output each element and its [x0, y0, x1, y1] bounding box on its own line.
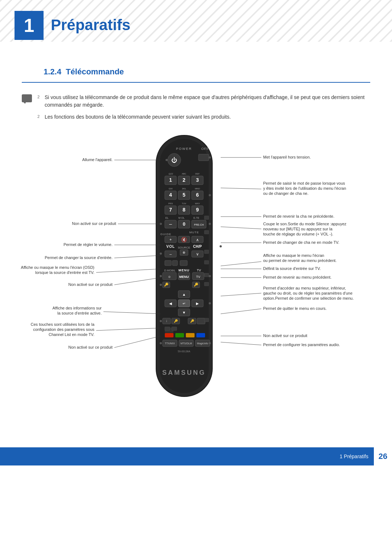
note-number-2: 2 — [37, 114, 42, 119]
svg-point-29 — [209, 194, 211, 196]
svg-text:la source d'entrée active.: la source d'entrée active. — [57, 311, 102, 315]
svg-text:🔑: 🔑 — [190, 319, 195, 323]
svg-text:Affiche ou masque le menu  l'é: Affiche ou masque le menu l'écran (OSD) — [21, 265, 94, 270]
svg-text:MTS/DLM: MTS/DLM — [180, 342, 192, 345]
svg-rect-72 — [172, 260, 177, 266]
svg-text:–: – — [169, 221, 172, 227]
svg-text:Définit la source d'entrée sur: Définit la source d'entrée sur TV. — [263, 266, 321, 271]
svg-text:1: 1 — [169, 177, 172, 183]
svg-text:GUIDE: GUIDE — [160, 233, 171, 236]
svg-text:Channel List en mode TV.: Channel List en mode TV. — [49, 332, 94, 337]
svg-text:ou de changer de cha ne.: ou de changer de cha ne. — [263, 191, 309, 196]
svg-text:Permet de saisir le mot de pas: Permet de saisir le mot de passe lorsque… — [263, 181, 345, 185]
svg-text:Allume l'appareil.: Allume l'appareil. — [82, 157, 113, 162]
svg-text:Non activé sur ce produit: Non activé sur ce produit — [72, 221, 116, 226]
svg-rect-91 — [204, 282, 209, 286]
svg-text:gauche ou droit, ou de régler : gauche ou droit, ou de régler les paramè… — [263, 291, 352, 295]
svg-text:9: 9 — [196, 207, 199, 213]
svg-text:59-00138A: 59-00138A — [178, 350, 191, 353]
svg-text:Permet de revenir  la cha ne p: Permet de revenir la cha ne précédente. — [263, 214, 334, 218]
note-item-2: 2 Les fonctions des boutons de la téléco… — [37, 113, 370, 121]
svg-text:D.MOBIL: D.MOBIL — [164, 269, 176, 272]
svg-text:ou permet de revenir au menu p: ou permet de revenir au menu précédent. — [263, 258, 336, 263]
svg-text:0: 0 — [183, 221, 185, 227]
svg-text:i: i — [166, 319, 167, 323]
svg-line-178 — [221, 309, 261, 314]
svg-rect-118 — [165, 327, 170, 331]
svg-text:MENU: MENU — [179, 268, 190, 272]
svg-text:VOL: VOL — [166, 245, 175, 249]
svg-text:∧: ∧ — [196, 238, 199, 242]
svg-rect-53 — [204, 230, 209, 234]
footer-page-number: 26 — [374, 447, 392, 465]
svg-text:MNO: MNO — [195, 188, 200, 190]
svg-text:TV: TV — [196, 275, 200, 279]
svg-point-127 — [209, 342, 211, 344]
svg-rect-111 — [204, 318, 209, 322]
svg-line-141 — [114, 278, 161, 285]
svg-text:lorsque la source d'entrée est: lorsque la source d'entrée est TV. — [35, 270, 94, 275]
svg-text:SAMSUNG: SAMSUNG — [162, 369, 206, 376]
svg-line-136 — [114, 255, 161, 258]
svg-text:Permet de configurer les param: Permet de configurer les paramètres audi… — [263, 342, 340, 347]
svg-line-138 — [96, 269, 161, 272]
footer-section-label: 1 Préparatifs — [340, 454, 374, 459]
svg-rect-69 — [204, 250, 209, 254]
svg-text:PRE-CH: PRE-CH — [194, 223, 204, 226]
chapter-number: 1 — [24, 15, 34, 36]
svg-text:touche de réglage du volume (+: touche de réglage du volume (+ VOL -). — [263, 232, 333, 236]
svg-text:POWER: POWER — [176, 147, 192, 151]
svg-point-9 — [166, 159, 168, 161]
svg-point-85 — [209, 275, 211, 277]
svg-text:🔑: 🔑 — [174, 319, 178, 323]
svg-rect-114 — [165, 333, 173, 337]
svg-text:nouveau sur [MUTE] ou appuyez : nouveau sur [MUTE] ou appuyez sur la — [263, 227, 333, 231]
svg-text:▼: ▼ — [182, 311, 186, 315]
svg-text:Permet de changer de cha ne en: Permet de changer de cha ne en mode TV. — [263, 240, 339, 245]
svg-point-84 — [160, 275, 162, 277]
svg-text:Permet de revenir au menu préc: Permet de revenir au menu précédent. — [263, 275, 331, 279]
svg-text:TTX/MIX: TTX/MIX — [165, 342, 175, 345]
svg-text:⊕: ⊕ — [168, 275, 171, 279]
svg-text:◀: ◀ — [169, 301, 172, 305]
svg-text:CH/P: CH/P — [193, 245, 202, 249]
svg-text:+: + — [170, 237, 172, 242]
svg-text:DEF: DEF — [195, 173, 200, 175]
svg-text:SOURCE: SOURCE — [178, 246, 190, 249]
svg-rect-119 — [172, 327, 177, 331]
svg-text:configuration des paramètres s: configuration des paramètres sous — [33, 327, 94, 332]
svg-line-146 — [96, 328, 161, 331]
svg-line-150 — [114, 336, 161, 348]
svg-text:6: 6 — [196, 192, 199, 198]
svg-rect-71 — [165, 260, 171, 266]
svg-text:5: 5 — [183, 192, 185, 198]
note-text-1: Si vous utilisez la télécommande de ce p… — [45, 94, 370, 109]
svg-line-143 — [103, 312, 161, 314]
svg-point-92 — [160, 284, 162, 286]
svg-text:3: 3 — [196, 177, 199, 183]
svg-text:Met l'appareil hors tension.: Met l'appareil hors tension. — [263, 155, 311, 159]
svg-text:y êtes invité lors de l'utilis: y êtes invité lors de l'utilisation du m… — [263, 186, 346, 190]
svg-text:EL: EL — [166, 217, 169, 219]
svg-rect-74 — [204, 260, 209, 264]
svg-text:WXY: WXY — [195, 202, 200, 205]
svg-text:ABC: ABC — [182, 173, 187, 175]
svg-text:8: 8 — [183, 207, 185, 213]
svg-text:.QZZ: .QZZ — [168, 173, 173, 175]
svg-line-182 — [221, 342, 261, 345]
svg-point-166 — [220, 245, 222, 247]
svg-text:∨: ∨ — [196, 252, 199, 256]
svg-text:Permet d'accéder au menu supér: Permet d'accéder au menu supérieur, infé… — [263, 286, 346, 290]
note-item-1: 2 Si vous utilisez la télécommande de ce… — [22, 94, 370, 109]
svg-rect-115 — [175, 333, 184, 337]
svg-text:Permet de régler le volume.: Permet de régler le volume. — [64, 242, 113, 247]
svg-text:▲: ▲ — [182, 292, 186, 296]
svg-rect-86 — [204, 273, 209, 277]
svg-line-160 — [221, 227, 261, 229]
svg-point-103 — [209, 302, 211, 304]
svg-point-10 — [209, 156, 211, 159]
svg-line-154 — [221, 188, 261, 189]
svg-text:4: 4 — [169, 192, 172, 198]
svg-rect-73 — [180, 260, 187, 266]
svg-text:–: – — [170, 252, 172, 256]
